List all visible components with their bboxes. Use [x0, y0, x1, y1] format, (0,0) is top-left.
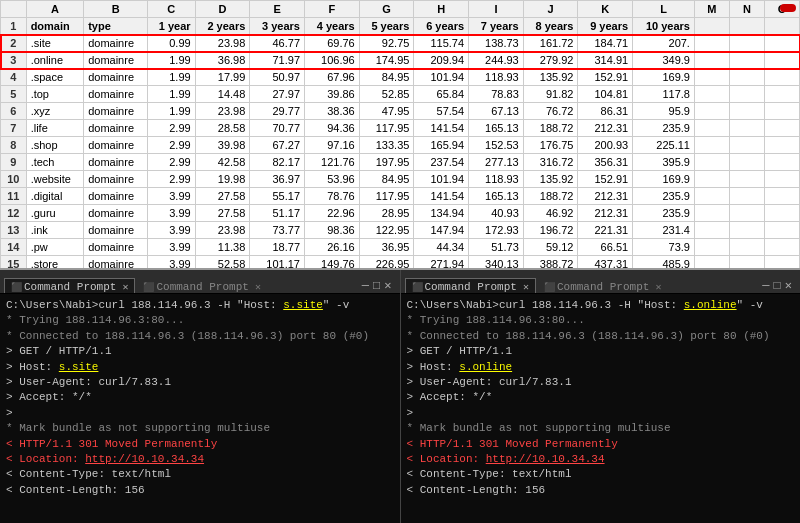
col-header-L: L: [633, 1, 695, 18]
header-7years: 7 years: [469, 18, 524, 35]
cell-12-4: 51.17: [250, 205, 305, 222]
cell-12-6: 28.95: [359, 205, 414, 222]
terminal-line: >: [407, 406, 795, 421]
cell-7-0: .life: [26, 120, 84, 137]
cell-14-12: [694, 239, 729, 256]
terminal-2-close-btn[interactable]: ✕: [785, 278, 792, 293]
header-6years: 6 years: [414, 18, 469, 35]
cell-2-13: [729, 35, 764, 52]
cell-4-2: 1.99: [148, 69, 196, 86]
cell-9-2: 2.99: [148, 154, 196, 171]
terminal-1-maximize[interactable]: □: [373, 279, 380, 293]
terminal-line: C:\Users\Nabi>curl 188.114.96.3 -H "Host…: [6, 298, 394, 313]
cell-12-2: 3.99: [148, 205, 196, 222]
cell-13-1: domainre: [84, 222, 148, 239]
header-5years: 5 years: [359, 18, 414, 35]
corner-cell: [1, 1, 27, 18]
table-row: 14.pwdomainre3.9911.3818.7726.1636.9544.…: [1, 239, 800, 256]
cell-6-7: 57.54: [414, 103, 469, 120]
cell-12-10: 212.31: [578, 205, 633, 222]
cell-15-7: 271.94: [414, 256, 469, 271]
terminal-line: < Content-Length: 156: [407, 483, 795, 498]
cell-10-8: 118.93: [469, 171, 524, 188]
cell-3-5: 106.96: [305, 52, 360, 69]
cell-3-0: .online: [26, 52, 84, 69]
cell-14-6: 36.95: [359, 239, 414, 256]
terminal-line: < HTTP/1.1 301 Moved Permanently: [6, 437, 394, 452]
cell-2-6: 92.75: [359, 35, 414, 52]
row-num-2: 2: [1, 35, 27, 52]
cell-14-0: .pw: [26, 239, 84, 256]
cell-14-4: 18.77: [250, 239, 305, 256]
terminal-line: * Connected to 188.114.96.3 (188.114.96.…: [6, 329, 394, 344]
cell-9-1: domainre: [84, 154, 148, 171]
terminal-2-tab2-close[interactable]: ✕: [655, 281, 661, 293]
terminal-line: * Trying 188.114.96.3:80...: [6, 313, 394, 328]
cell-8-5: 97.16: [305, 137, 360, 154]
terminals-container: ⬛ Command Prompt ✕ ⬛ Command Prompt ✕ ─ …: [0, 270, 800, 523]
table-row: 6.xyzdomainre1.9923.9829.7738.3647.9557.…: [1, 103, 800, 120]
cell-5-1: domainre: [84, 86, 148, 103]
cell-4-9: 135.92: [523, 69, 578, 86]
cell-6-1: domainre: [84, 103, 148, 120]
terminal-line: < Location: http://10.10.34.34: [6, 452, 394, 467]
cell-4-11: 169.9: [633, 69, 695, 86]
cell-6-0: .xyz: [26, 103, 84, 120]
cell-4-4: 50.97: [250, 69, 305, 86]
cell-9-11: 395.9: [633, 154, 695, 171]
row-num-1: 1: [1, 18, 27, 35]
col-header-G: G: [359, 1, 414, 18]
terminal-line: C:\Users\Nabi>curl 188.114.96.3 -H "Host…: [407, 298, 795, 313]
terminal-2-tabsbar: ⬛ Command Prompt ✕ ⬛ Command Prompt ✕ ─ …: [401, 270, 801, 294]
terminal-2-close[interactable]: ✕: [523, 281, 529, 293]
cell-8-3: 39.98: [195, 137, 250, 154]
terminal-1-close-btn[interactable]: ✕: [384, 278, 391, 293]
cell-12-7: 134.94: [414, 205, 469, 222]
cell-8-11: 225.11: [633, 137, 695, 154]
cell-8-6: 133.35: [359, 137, 414, 154]
cell-5-13: [729, 86, 764, 103]
col-header-M: M: [694, 1, 729, 18]
cell-13-10: 221.31: [578, 222, 633, 239]
cell-10-12: [694, 171, 729, 188]
terminal-1-minimize[interactable]: ─: [362, 279, 369, 293]
spreadsheet: A B C D E F G H I J K L M N O 1: [0, 0, 800, 270]
header-4years: 4 years: [305, 18, 360, 35]
row-num-12: 12: [1, 205, 27, 222]
cell-5-0: .top: [26, 86, 84, 103]
terminal-2-minimize[interactable]: ─: [762, 279, 769, 293]
cell-12-11: 235.9: [633, 205, 695, 222]
cell-5-4: 27.97: [250, 86, 305, 103]
col-header-J: J: [523, 1, 578, 18]
terminal-line: > Host: s.online: [407, 360, 795, 375]
col-header-D: D: [195, 1, 250, 18]
cell-3-6: 174.95: [359, 52, 414, 69]
terminal-line: > User-Agent: curl/7.83.1: [6, 375, 394, 390]
cell-7-1: domainre: [84, 120, 148, 137]
cell-4-7: 101.94: [414, 69, 469, 86]
terminal-1-tabsbar: ⬛ Command Prompt ✕ ⬛ Command Prompt ✕ ─ …: [0, 270, 400, 294]
cell-3-13: [729, 52, 764, 69]
cell-4-1: domainre: [84, 69, 148, 86]
cell-6-2: 1.99: [148, 103, 196, 120]
cell-15-11: 485.9: [633, 256, 695, 271]
header-2years: 2 years: [195, 18, 250, 35]
terminal-2-maximize[interactable]: □: [774, 279, 781, 293]
cell-11-8: 165.13: [469, 188, 524, 205]
cell-10-3: 19.98: [195, 171, 250, 188]
cell-15-5: 149.76: [305, 256, 360, 271]
terminal-2: ⬛ Command Prompt ✕ ⬛ Command Prompt ✕ ─ …: [401, 270, 801, 523]
table-row: 7.lifedomainre2.9928.5870.7794.36117.951…: [1, 120, 800, 137]
cell-7-9: 188.72: [523, 120, 578, 137]
cell-4-0: .space: [26, 69, 84, 86]
terminal-1-tab2-close[interactable]: ✕: [255, 281, 261, 293]
table-row: 12.gurudomainre3.9927.5851.1722.9628.951…: [1, 205, 800, 222]
cell-10-13: [729, 171, 764, 188]
cell-3-8: 244.93: [469, 52, 524, 69]
cell-2-1: domainre: [84, 35, 148, 52]
cell-4-3: 17.99: [195, 69, 250, 86]
terminal-1-close[interactable]: ✕: [122, 281, 128, 293]
cell-3-12: [694, 52, 729, 69]
cell-3-3: 36.98: [195, 52, 250, 69]
cell-3-9: 279.92: [523, 52, 578, 69]
